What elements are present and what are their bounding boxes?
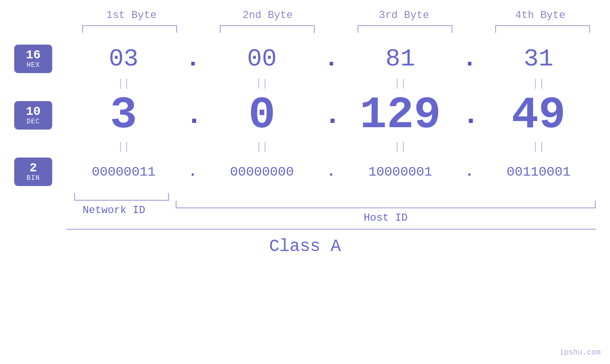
hex-byte-4: 31	[487, 45, 591, 73]
bin-data-cols: 00000011 . 00000000 . 10000001 . 0011000…	[66, 164, 610, 180]
network-id-wrap: Network ID	[66, 201, 161, 216]
bin-badge-slot: 2 BIN	[0, 153, 66, 191]
bracket-content: Network ID Host ID	[66, 193, 610, 230]
network-id-label: Network ID	[83, 205, 145, 216]
bin-dot-3: .	[462, 164, 477, 180]
dec-badge-label: DEC	[27, 118, 40, 125]
eq-data-1: || || || ||	[66, 78, 610, 90]
dec-byte-4: 49	[487, 90, 591, 141]
hex-badge-number: 16	[26, 49, 40, 61]
bin-badge-label: BIN	[27, 174, 40, 182]
dec-dot-3: .	[462, 99, 477, 131]
bracket-top-4	[495, 25, 590, 33]
dec-byte-1: 3	[71, 90, 176, 141]
col-header-1: 1st Byte	[79, 9, 184, 21]
eq-1-4: ||	[487, 78, 591, 90]
full-bottom-line	[66, 229, 596, 230]
hex-dot-1: .	[186, 45, 200, 73]
eq-1-3: ||	[348, 78, 452, 90]
eq-row-2: || || || ||	[0, 141, 610, 153]
dec-byte-3: 129	[348, 90, 452, 141]
hex-badge-label: HEX	[27, 61, 40, 69]
hex-byte-2: 00	[210, 45, 314, 73]
bottom-bracket-section: Network ID Host ID	[0, 193, 610, 230]
hex-row: 16 HEX 03 . 00 . 81 . 31	[0, 40, 610, 78]
eq-data-2: || || || ||	[66, 141, 610, 153]
bin-byte-1: 00000011	[71, 165, 176, 179]
dec-data-cols: 3 . 0 . 129 . 49	[66, 90, 610, 141]
eq-2-1: ||	[71, 141, 176, 153]
dec-badge-slot: 10 DEC	[0, 96, 66, 134]
bracket-bottom-1	[74, 193, 169, 201]
dec-dot-2: .	[324, 99, 338, 131]
bin-row: 2 BIN 00000011 . 00000000 . 10000001 . 0…	[0, 153, 610, 191]
bin-byte-2: 00000000	[210, 165, 314, 179]
bracket-bottom-2-spacer	[214, 193, 309, 201]
bracket-top-2	[220, 25, 315, 33]
bracket-top-1	[82, 25, 177, 33]
dec-badge-number: 10	[26, 105, 40, 118]
hex-badge-slot: 16 HEX	[0, 40, 66, 78]
dec-badge: 10 DEC	[14, 101, 52, 130]
eq-1-1: ||	[71, 78, 176, 90]
host-id-wrap: Host ID	[176, 201, 596, 224]
eq-2-4: ||	[487, 141, 591, 153]
hex-badge: 16 HEX	[14, 45, 52, 73]
bottom-brackets-row	[66, 193, 596, 201]
hex-dot-3: .	[462, 45, 477, 73]
bracket-top-3	[357, 25, 452, 33]
column-headers: 1st Byte 2nd Byte 3rd Byte 4th Byte	[75, 9, 597, 21]
bin-dot-1: .	[186, 164, 200, 180]
class-row: Class A	[0, 237, 610, 256]
bin-byte-4: 00110001	[487, 165, 591, 179]
eq-2-2: ||	[210, 141, 314, 153]
eq-1-2: ||	[210, 78, 314, 90]
hex-data-cols: 03 . 00 . 81 . 31	[66, 45, 610, 73]
eq-2-3: ||	[348, 141, 452, 153]
dec-row: 10 DEC 3 . 0 . 129 . 49	[0, 90, 610, 141]
class-label: Class A	[269, 237, 341, 256]
host-id-label: Host ID	[364, 212, 407, 224]
bracket-bottom-3-spacer	[354, 193, 449, 201]
hex-dot-2: .	[324, 45, 338, 73]
bin-byte-3: 10000001	[348, 165, 452, 179]
dec-dot-1: .	[186, 99, 200, 131]
hex-byte-1: 03	[71, 45, 176, 73]
id-brackets: Network ID Host ID	[66, 201, 596, 224]
bin-dot-2: .	[324, 164, 338, 180]
bin-badge-number: 2	[29, 162, 37, 174]
watermark: ipshu.com	[560, 348, 601, 357]
host-bracket-bottom	[176, 201, 596, 208]
col-header-4: 4th Byte	[488, 9, 592, 21]
col-header-3: 3rd Byte	[352, 9, 456, 21]
main-container: 1st Byte 2nd Byte 3rd Byte 4th Byte 16 H…	[0, 0, 610, 364]
col-header-2: 2nd Byte	[216, 9, 320, 21]
hex-byte-3: 81	[348, 45, 452, 73]
dec-byte-2: 0	[210, 90, 314, 141]
eq-row-1: || || || ||	[0, 78, 610, 90]
bracket-bottom-4-spacer	[493, 193, 588, 201]
top-brackets	[75, 25, 597, 33]
bin-badge: 2 BIN	[14, 158, 52, 186]
